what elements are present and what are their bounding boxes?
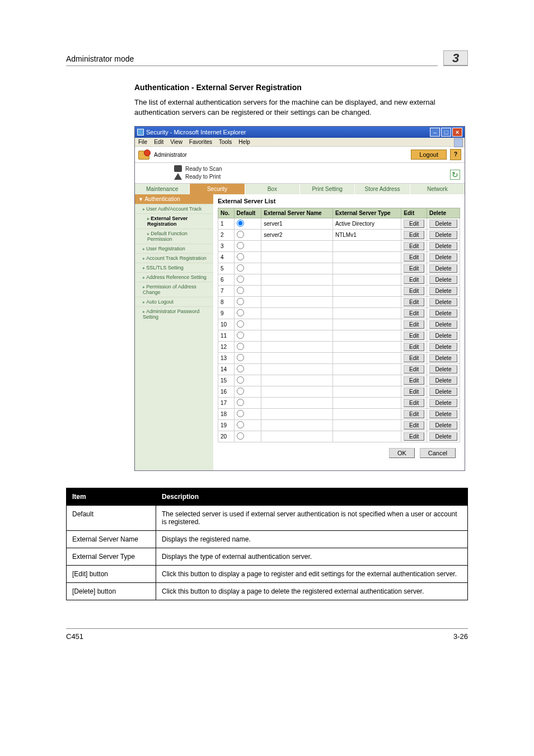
tab-security[interactable]: Security bbox=[190, 184, 245, 194]
sidenav-item-external-server-registration[interactable]: External Server Registration bbox=[135, 213, 213, 228]
menu-view[interactable]: View bbox=[170, 139, 182, 145]
help-button[interactable]: ? bbox=[450, 149, 461, 160]
sidenav-item-default-function-permission[interactable]: Default Function Permission bbox=[135, 228, 213, 244]
default-radio[interactable] bbox=[237, 388, 244, 395]
default-radio[interactable] bbox=[237, 231, 244, 238]
tab-print-setting[interactable]: Print Setting bbox=[300, 184, 355, 194]
default-radio[interactable] bbox=[237, 264, 244, 272]
delete-button[interactable]: Delete bbox=[429, 242, 457, 250]
sidenav-item-user-registration[interactable]: User Registration bbox=[135, 244, 213, 253]
tab-maintenance[interactable]: Maintenance bbox=[135, 184, 190, 194]
edit-button[interactable]: Edit bbox=[404, 242, 424, 250]
cell-default bbox=[234, 297, 261, 308]
delete-button[interactable]: Delete bbox=[429, 220, 457, 228]
logout-button[interactable]: Logout bbox=[411, 150, 447, 160]
delete-button[interactable]: Delete bbox=[429, 231, 457, 239]
delete-button[interactable]: Delete bbox=[429, 388, 457, 396]
delete-button[interactable]: Delete bbox=[429, 376, 457, 385]
default-radio[interactable] bbox=[237, 432, 244, 440]
tab-store-address[interactable]: Store Address bbox=[355, 184, 410, 194]
delete-button[interactable]: Delete bbox=[429, 309, 457, 318]
default-radio[interactable] bbox=[237, 220, 244, 227]
menu-edit[interactable]: Edit bbox=[154, 139, 163, 145]
window-titlebar[interactable]: Security - Microsoft Internet Explorer –… bbox=[135, 127, 465, 138]
table-row: 5EditDelete bbox=[218, 263, 460, 274]
delete-button[interactable]: Delete bbox=[429, 365, 457, 374]
edit-button[interactable]: Edit bbox=[404, 287, 424, 295]
cell-delete: Delete bbox=[427, 286, 460, 297]
edit-button[interactable]: Edit bbox=[404, 298, 424, 306]
ok-button[interactable]: OK bbox=[389, 448, 415, 458]
delete-button[interactable]: Delete bbox=[429, 410, 457, 418]
edit-button[interactable]: Edit bbox=[404, 376, 424, 385]
delete-button[interactable]: Delete bbox=[429, 332, 457, 340]
sidenav-item-auto-logout[interactable]: Auto Logout bbox=[135, 297, 213, 306]
default-radio[interactable] bbox=[237, 287, 244, 294]
delete-button[interactable]: Delete bbox=[429, 276, 457, 284]
cell-edit: Edit bbox=[401, 431, 427, 442]
edit-button[interactable]: Edit bbox=[404, 343, 424, 351]
window-minimize-button[interactable]: – bbox=[430, 128, 440, 137]
default-radio[interactable] bbox=[237, 242, 244, 249]
cancel-button[interactable]: Cancel bbox=[420, 448, 456, 458]
default-radio[interactable] bbox=[237, 410, 244, 417]
table-row: 14EditDelete bbox=[218, 364, 460, 375]
window-maximize-button[interactable]: □ bbox=[441, 128, 451, 137]
edit-button[interactable]: Edit bbox=[404, 253, 424, 262]
default-radio[interactable] bbox=[237, 320, 244, 328]
default-radio[interactable] bbox=[237, 332, 244, 339]
sidenav-item-address-reference-setting[interactable]: Address Reference Setting bbox=[135, 272, 213, 282]
delete-button[interactable]: Delete bbox=[429, 298, 457, 306]
sidenav-item-administrator-password-setting[interactable]: Administrator Password Setting bbox=[135, 306, 213, 321]
delete-button[interactable]: Delete bbox=[429, 264, 457, 273]
delete-button[interactable]: Delete bbox=[429, 354, 457, 362]
edit-button[interactable]: Edit bbox=[404, 432, 424, 441]
default-radio[interactable] bbox=[237, 343, 244, 350]
edit-button[interactable]: Edit bbox=[404, 320, 424, 329]
default-radio[interactable] bbox=[237, 376, 244, 384]
edit-button[interactable]: Edit bbox=[404, 276, 424, 284]
default-radio[interactable] bbox=[237, 354, 244, 361]
window-close-button[interactable]: × bbox=[452, 128, 462, 137]
delete-button[interactable]: Delete bbox=[429, 421, 457, 430]
default-radio[interactable] bbox=[237, 276, 244, 283]
tab-box[interactable]: Box bbox=[245, 184, 300, 194]
default-radio[interactable] bbox=[237, 421, 244, 428]
sidenav-item-account-track-registration[interactable]: Account Track Registration bbox=[135, 253, 213, 263]
delete-button[interactable]: Delete bbox=[429, 432, 457, 441]
cell-no: 6 bbox=[218, 274, 235, 286]
edit-button[interactable]: Edit bbox=[404, 264, 424, 273]
edit-button[interactable]: Edit bbox=[404, 220, 424, 228]
edit-button[interactable]: Edit bbox=[404, 231, 424, 239]
delete-button[interactable]: Delete bbox=[429, 320, 457, 329]
sidenav-item-ssl-tls-setting[interactable]: SSL/TLS Setting bbox=[135, 263, 213, 272]
table-row: 10EditDelete bbox=[218, 319, 460, 330]
refresh-button[interactable]: ↻ bbox=[450, 170, 460, 180]
edit-button[interactable]: Edit bbox=[404, 399, 424, 407]
delete-button[interactable]: Delete bbox=[429, 399, 457, 407]
edit-button[interactable]: Edit bbox=[404, 388, 424, 396]
delete-button[interactable]: Delete bbox=[429, 253, 457, 262]
cell-server-name bbox=[261, 364, 333, 375]
delete-button[interactable]: Delete bbox=[429, 343, 457, 351]
edit-button[interactable]: Edit bbox=[404, 332, 424, 340]
edit-button[interactable]: Edit bbox=[404, 354, 424, 362]
edit-button[interactable]: Edit bbox=[404, 410, 424, 418]
delete-button[interactable]: Delete bbox=[429, 287, 457, 295]
edit-button[interactable]: Edit bbox=[404, 365, 424, 374]
default-radio[interactable] bbox=[237, 253, 244, 260]
sidenav-item-user-auth-account-track[interactable]: User Auth/Account Track bbox=[135, 204, 213, 213]
menu-favorites[interactable]: Favorites bbox=[189, 139, 212, 145]
sidenav-header-authentication[interactable]: Authentication bbox=[135, 194, 213, 204]
default-radio[interactable] bbox=[237, 399, 244, 406]
sidenav-item-permission-of-address-change[interactable]: Permission of Address Change bbox=[135, 282, 213, 297]
default-radio[interactable] bbox=[237, 365, 244, 372]
menu-file[interactable]: File bbox=[138, 139, 147, 145]
menu-help[interactable]: Help bbox=[238, 139, 250, 145]
menu-tools[interactable]: Tools bbox=[219, 139, 232, 145]
edit-button[interactable]: Edit bbox=[404, 421, 424, 430]
edit-button[interactable]: Edit bbox=[404, 309, 424, 318]
default-radio[interactable] bbox=[237, 298, 244, 305]
default-radio[interactable] bbox=[237, 309, 244, 316]
tab-network[interactable]: Network bbox=[410, 184, 465, 194]
